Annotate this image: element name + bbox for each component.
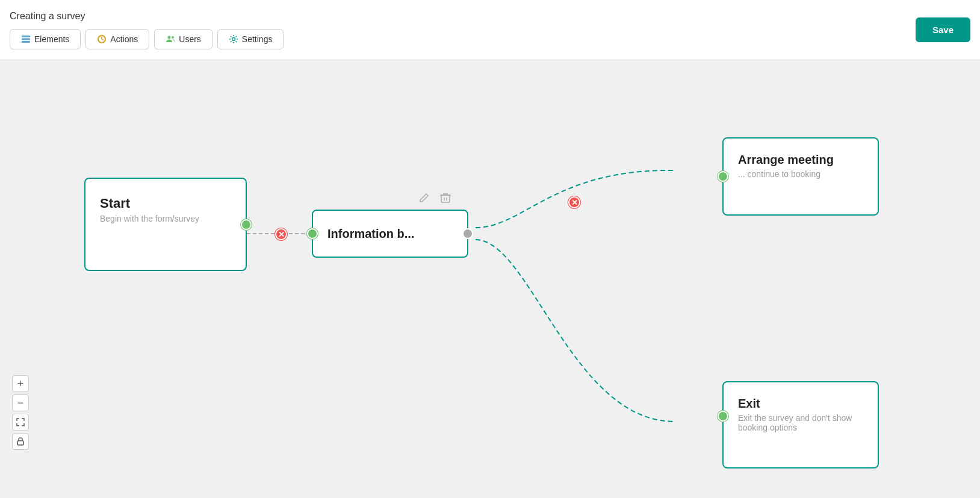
info-right-dot[interactable] [462, 228, 473, 239]
canvas: Start Begin with the form/survey ✕ Infor… [0, 60, 980, 498]
page-title: Creating a survey [10, 11, 284, 22]
zoom-in-button[interactable]: + [12, 375, 29, 392]
actions-label: Actions [110, 34, 138, 44]
tab-bar: Elements Actions Users Settings [10, 29, 284, 49]
arrange-left-dot[interactable] [718, 171, 728, 182]
fit-screen-button[interactable] [12, 414, 29, 431]
svg-rect-0 [22, 36, 30, 37]
tab-settings[interactable]: Settings [217, 29, 284, 49]
save-button[interactable]: Save [916, 17, 970, 42]
zoom-controls: + − [12, 375, 29, 450]
elements-label: Elements [34, 34, 69, 44]
exit-subtitle: Exit the survey and don't show booking o… [738, 413, 863, 432]
edit-icon[interactable] [415, 190, 432, 207]
svg-rect-8 [441, 195, 450, 202]
actions-icon [97, 34, 107, 44]
node-start[interactable]: Start Begin with the form/survey [84, 178, 247, 271]
start-title: Start [100, 196, 231, 211]
node-arrange[interactable]: Arrange meeting ... continue to booking [722, 137, 879, 216]
info-title: Information b... [327, 227, 414, 241]
svg-rect-2 [22, 41, 30, 43]
start-right-dot[interactable] [241, 219, 252, 230]
elements-icon [21, 34, 31, 44]
exit-title: Exit [738, 397, 863, 411]
tab-users[interactable]: Users [154, 29, 212, 49]
start-subtitle: Begin with the form/survey [100, 214, 231, 223]
users-icon [166, 34, 175, 44]
node-info[interactable]: Information b... [312, 210, 468, 258]
arrange-subtitle: ... continue to booking [738, 169, 863, 179]
tab-elements[interactable]: Elements [10, 29, 81, 49]
svg-point-4 [168, 36, 171, 39]
zoom-out-button[interactable]: − [12, 394, 29, 411]
info-left-dot[interactable] [307, 228, 318, 239]
header: Creating a survey Elements Actions Users [0, 0, 980, 60]
exit-left-dot[interactable] [718, 411, 728, 422]
info-node-actions [415, 190, 454, 207]
tab-actions[interactable]: Actions [85, 29, 149, 49]
svg-rect-9 [17, 441, 23, 445]
svg-rect-1 [22, 38, 30, 40]
header-left: Creating a survey Elements Actions Users [10, 11, 284, 49]
svg-point-5 [172, 36, 174, 39]
settings-icon [229, 34, 238, 44]
connector-x-info-arrange[interactable]: ✕ [568, 196, 580, 208]
svg-point-6 [232, 37, 235, 40]
lock-button[interactable] [12, 433, 29, 450]
delete-icon[interactable] [437, 190, 454, 207]
arrange-title: Arrange meeting [738, 153, 863, 167]
connector-x-start-info[interactable]: ✕ [275, 228, 287, 240]
users-label: Users [179, 34, 201, 44]
settings-label: Settings [242, 34, 273, 44]
node-exit[interactable]: Exit Exit the survey and don't show book… [722, 381, 879, 468]
